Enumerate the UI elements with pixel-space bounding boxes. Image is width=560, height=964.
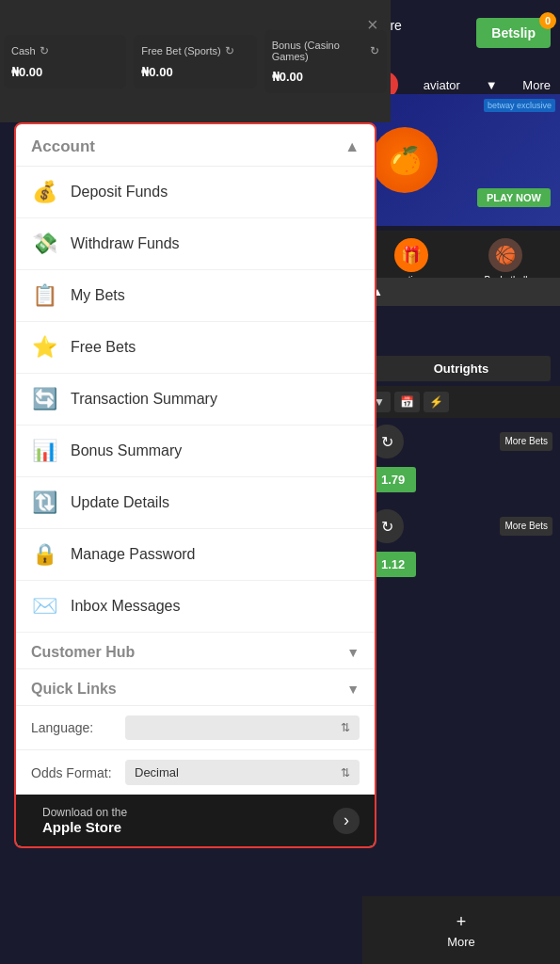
- outrights-label: Outrights: [372, 356, 551, 381]
- basketball-icon: 🏀: [488, 238, 522, 272]
- odds-format-label: Odds Format:: [31, 765, 116, 780]
- update-icon: 🔃: [31, 490, 57, 515]
- deposit-label: Deposit Funds: [71, 184, 168, 201]
- plus-icon: +: [456, 912, 467, 932]
- customer-hub-arrow-icon: ▼: [346, 645, 360, 660]
- menu-item-inbox[interactable]: ✉️ Inbox Messages: [16, 581, 375, 633]
- balance-cards: Cash ↻ ₦0.00 Free Bet (Sports) ↻ ₦0.00 B…: [0, 0, 391, 122]
- odds-display-1: 1.79: [370, 467, 416, 492]
- withdraw-label: Withdraw Funds: [71, 235, 180, 252]
- more-bets-btn-1[interactable]: More Bets: [500, 432, 552, 451]
- more-bets-btn-2[interactable]: More Bets: [500, 517, 552, 536]
- freebets-label: Free Bets: [71, 339, 136, 356]
- top-bar: More ▼ Betslip 0: [362, 0, 560, 66]
- bet-controls: ▼ 📅 ⚡: [362, 386, 560, 418]
- customer-hub-header[interactable]: Customer Hub ▼: [16, 633, 375, 668]
- freebet-amount: ₦0.00: [141, 65, 248, 79]
- bonus-refresh-icon[interactable]: ↻: [370, 44, 379, 57]
- menu-item-bonus[interactable]: 📊 Bonus Summary: [16, 426, 375, 477]
- promotions-icon: 🎁: [394, 238, 428, 272]
- account-header[interactable]: Account ▲: [16, 124, 375, 167]
- download-bar[interactable]: Download on the Apple Store ›: [16, 795, 375, 846]
- account-chevron-icon: ▲: [344, 138, 360, 155]
- cash-label: Cash: [11, 45, 36, 56]
- quick-links-arrow-icon: ▼: [346, 682, 360, 697]
- banner-area: 🍊 betway exclusive PLAY NOW: [362, 94, 560, 226]
- betslip-label: Betslip: [491, 25, 536, 40]
- menu-item-transaction[interactable]: 🔄 Transaction Summary: [16, 374, 375, 426]
- odds-format-select-arrow-icon: ⇅: [341, 766, 350, 779]
- lightning-control[interactable]: ⚡: [424, 392, 449, 412]
- download-top-text: Download on the: [42, 806, 127, 819]
- freebets-icon: ⭐: [31, 335, 57, 360]
- download-text: Download on the Apple Store: [42, 806, 127, 835]
- calendar-control[interactable]: 📅: [394, 392, 420, 412]
- banner-content: 🍊 betway exclusive PLAY NOW: [362, 94, 560, 226]
- bet-row-4: 1.12: [362, 546, 560, 583]
- mybets-icon: 📋: [31, 283, 57, 308]
- inbox-label: Inbox Messages: [71, 598, 181, 615]
- balance-card-bonus: Bonus (Casino Games) ↻ ₦0.00: [264, 30, 387, 93]
- betslip-badge: 0: [539, 12, 556, 29]
- bonus-label: Bonus Summary: [71, 442, 182, 459]
- more-aviator-label[interactable]: More: [522, 78, 551, 92]
- account-panel: Account ▲ 💰 Deposit Funds 💸 Withdraw Fun…: [14, 122, 376, 848]
- betslip-button[interactable]: Betslip 0: [476, 18, 551, 48]
- bet-row-1: ↻ More Bets: [362, 419, 560, 464]
- freebet-refresh-icon[interactable]: ↻: [225, 44, 234, 57]
- menu-item-deposit[interactable]: 💰 Deposit Funds: [16, 167, 375, 218]
- language-row: Language: ⇅: [16, 705, 375, 749]
- balance-card-cash: Cash ↻ ₦0.00: [4, 35, 126, 88]
- deposit-icon: 💰: [31, 180, 57, 204]
- account-title: Account: [31, 137, 95, 156]
- outrights-area: Outrights: [362, 348, 560, 389]
- close-button[interactable]: ×: [367, 14, 378, 36]
- language-select-arrow-icon: ⇅: [341, 721, 350, 734]
- password-label: Manage Password: [71, 546, 196, 563]
- chevron-down-icon-2: ▼: [486, 78, 498, 92]
- bet-row-2: 1.79: [362, 461, 560, 498]
- transaction-label: Transaction Summary: [71, 391, 217, 408]
- update-label: Update Details: [71, 494, 169, 511]
- bonus-icon: 📊: [31, 439, 57, 463]
- bet-row-3: ↻ More Bets: [362, 504, 560, 549]
- menu-item-update[interactable]: 🔃 Update Details: [16, 477, 375, 529]
- download-bottom-text: Apple Store: [42, 819, 127, 835]
- play-now-button[interactable]: PLAY NOW: [477, 188, 551, 207]
- cash-refresh-icon[interactable]: ↻: [40, 44, 49, 57]
- download-arrow-icon: ›: [333, 808, 360, 834]
- menu-item-freebets[interactable]: ⭐ Free Bets: [16, 322, 375, 374]
- mybets-label: My Bets: [71, 287, 125, 304]
- odds-format-value: Decimal: [135, 765, 179, 779]
- bottom-more-label: More: [447, 935, 475, 949]
- bonus-amount: ₦0.00: [272, 70, 379, 84]
- menu-item-withdraw[interactable]: 💸 Withdraw Funds: [16, 218, 375, 270]
- menu-item-mybets[interactable]: 📋 My Bets: [16, 270, 375, 322]
- language-label: Language:: [31, 720, 116, 735]
- betslip-header: ▲: [362, 278, 560, 306]
- bottom-more-bar[interactable]: + More: [362, 896, 560, 964]
- slot-icon: 🍊: [372, 127, 438, 193]
- cash-amount: ₦0.00: [11, 65, 119, 79]
- odds-format-select[interactable]: Decimal ⇅: [125, 760, 360, 785]
- aviator-label: aviator: [424, 78, 460, 92]
- odds-display-2: 1.12: [370, 552, 416, 577]
- download-left: Download on the Apple Store: [31, 806, 127, 835]
- bonus-label: Bonus (Casino Games): [272, 40, 366, 62]
- odds-format-row: Odds Format: Decimal ⇅: [16, 749, 375, 795]
- betway-exclusive-label: betway exclusive: [484, 99, 555, 112]
- quick-links-title: Quick Links: [31, 681, 117, 698]
- inbox-icon: ✉️: [31, 594, 57, 619]
- quick-links-header[interactable]: Quick Links ▼: [16, 668, 375, 705]
- betslip-panel: ▲: [362, 278, 560, 306]
- transaction-icon: 🔄: [31, 387, 57, 411]
- withdraw-icon: 💸: [31, 232, 57, 256]
- balance-card-freebet: Free Bet (Sports) ↻ ₦0.00: [134, 35, 256, 88]
- freebet-label: Free Bet (Sports): [141, 45, 220, 56]
- language-select[interactable]: ⇅: [125, 715, 360, 740]
- menu-item-password[interactable]: 🔒 Manage Password: [16, 529, 375, 581]
- customer-hub-title: Customer Hub: [31, 644, 135, 661]
- password-icon: 🔒: [31, 542, 57, 567]
